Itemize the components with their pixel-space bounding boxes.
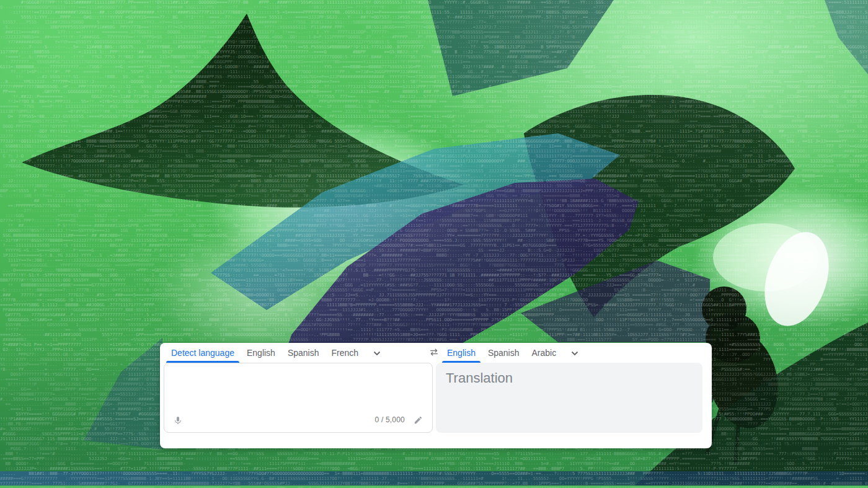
band-tail-left (84, 338, 162, 450)
tab-source-english[interactable]: English (247, 343, 275, 363)
target-language-tabs: English Spanish Arabic (447, 343, 580, 363)
source-more-languages-button[interactable] (372, 347, 382, 359)
translate-panel: Detect language English Spanish French E… (160, 343, 712, 448)
translation-placeholder: Translation (446, 370, 513, 386)
bottom-blue-strip (0, 471, 868, 486)
edit-pencil-icon (414, 415, 423, 427)
teal-patch-top-right (825, 0, 868, 74)
language-tabs-row: Detect language English Spanish French E… (160, 343, 712, 363)
swap-languages-button[interactable] (427, 345, 441, 360)
translation-box: Translation (436, 363, 702, 433)
microphone-icon (172, 415, 184, 428)
tab-target-arabic[interactable]: Arabic (532, 343, 557, 363)
char-counter: 0 / 5,000 (374, 415, 405, 424)
tab-source-french[interactable]: French (331, 343, 358, 363)
swap-arrows-icon (428, 346, 440, 360)
teal-patch-top (428, 0, 614, 96)
tab-detect-language[interactable]: Detect language (171, 343, 234, 363)
bottom-green-edge (0, 486, 868, 488)
microphone-button[interactable] (170, 414, 185, 428)
tab-target-spanish[interactable]: Spanish (488, 343, 520, 363)
source-language-tabs: Detect language English Spanish French (171, 343, 382, 363)
tab-source-spanish[interactable]: Spanish (288, 343, 319, 363)
source-text-box: 0 / 5,000 (164, 363, 433, 433)
chevron-down-icon (571, 348, 578, 358)
edit-button[interactable] (411, 414, 425, 428)
chevron-down-icon (373, 348, 381, 358)
target-more-languages-button[interactable] (570, 347, 580, 359)
tab-target-english[interactable]: English (447, 343, 476, 363)
